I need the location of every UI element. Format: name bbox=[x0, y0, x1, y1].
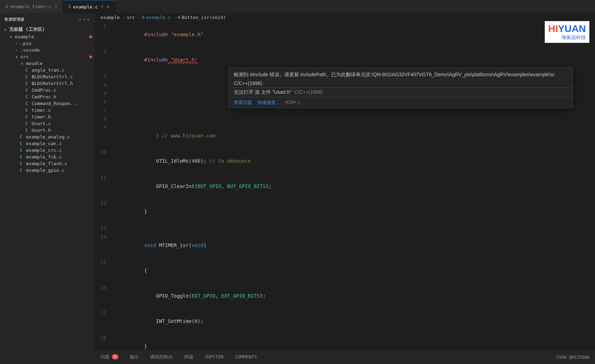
text: UTIL_IdleMs( bbox=[144, 158, 192, 164]
view-problem-link[interactable]: 查看问题 bbox=[234, 99, 252, 106]
breadcrumb-src[interactable]: src bbox=[127, 15, 135, 20]
c-icon: C bbox=[25, 88, 30, 93]
sidebar-file-usart-h[interactable]: C Usart.h bbox=[0, 127, 95, 134]
file-label: BLDCMotorCtrl.c bbox=[32, 74, 73, 79]
tab-example-timer[interactable]: C example_timer.c 3 bbox=[0, 0, 63, 13]
file-label: example_fcb.c bbox=[26, 154, 62, 160]
code-line-9: 9 } // www.hizyuan.com bbox=[95, 123, 595, 148]
sidebar-file-example-crc[interactable]: C example_crc.c bbox=[0, 147, 95, 154]
macro-but-gpio: BUT_GPIO bbox=[198, 183, 221, 189]
code-line-1: 1 #include "example.h" bbox=[95, 22, 595, 47]
sidebar-file-example-flash[interactable]: C example_flash.c bbox=[0, 160, 95, 167]
sidebar-item-vscode[interactable]: › .vscode bbox=[0, 47, 95, 53]
line-number: 12 bbox=[95, 199, 112, 207]
sidebar-file-example-fcb[interactable]: C example_fcb.c bbox=[0, 154, 95, 160]
tab-label: 终端 bbox=[184, 354, 193, 360]
tab-close-button[interactable]: × bbox=[107, 4, 110, 9]
line-content[interactable]: UTIL_IdleMs(400); // to debounce bbox=[112, 148, 595, 174]
hover-popup: 检测到 #include 错误。请更新 includePath。已为此翻译单元(… bbox=[228, 67, 573, 108]
sidebar-item-pio[interactable]: › .pio bbox=[0, 40, 95, 47]
keyword-void: void bbox=[144, 242, 156, 248]
tab-output[interactable]: 输出 bbox=[124, 350, 144, 364]
sidebar-item-moudle[interactable]: ∨ moudle bbox=[0, 60, 95, 67]
line-content[interactable]: } bbox=[112, 199, 595, 224]
text: ); bbox=[266, 183, 272, 189]
tab-problems[interactable]: 问题 6 bbox=[95, 350, 124, 364]
line-content[interactable]: void MTIMER_isr(void) bbox=[112, 233, 595, 258]
file-label: example_crc.c bbox=[26, 148, 62, 153]
line-content[interactable]: GPIO_Toggle(EXT_GPIO, EXT_GPIO_BITS); bbox=[112, 283, 595, 308]
text: ); bbox=[260, 293, 266, 299]
sidebar-menu-dots[interactable]: ··· bbox=[78, 16, 91, 23]
breadcrumb-function[interactable]: ⊙ Button_isr(void) bbox=[177, 15, 226, 20]
h-icon: C bbox=[25, 95, 30, 99]
sidebar-file-example-can[interactable]: C example_can.c bbox=[0, 140, 95, 147]
keyword-include2: #include bbox=[144, 57, 168, 63]
tab-jupyter[interactable]: JUPYTER bbox=[199, 350, 229, 364]
line-number: 11 bbox=[95, 174, 112, 182]
bottom-panel: 问题 6 输出 调试控制台 终端 JUPYTER COMMENTS bbox=[95, 350, 595, 364]
line-content[interactable]: { bbox=[112, 258, 595, 283]
line-number: 7 bbox=[95, 106, 112, 115]
file-label: example_gpio.c bbox=[26, 168, 65, 173]
c-icon: C bbox=[20, 161, 25, 166]
sidebar-item-src[interactable]: ∨ src bbox=[0, 53, 95, 60]
string-usart-h: "Usart.h" bbox=[168, 57, 198, 63]
line-content[interactable]: GPIO_ClearInt(BUT_GPIO, BUT_GPIO_BITS); bbox=[112, 174, 595, 199]
sidebar-file-timer-h[interactable]: C timer.h bbox=[0, 113, 95, 120]
file-label: CmdProc.h bbox=[32, 94, 56, 99]
c-icon: C bbox=[25, 121, 30, 126]
line-content[interactable]: } // www.hizyuan.com bbox=[112, 123, 595, 148]
macro-but-gpio-bits: BUT_GPIO_BITS bbox=[227, 183, 266, 189]
file-label: CmdProc.c bbox=[32, 87, 56, 93]
sidebar-file-command-respon[interactable]: C Command_Respon... bbox=[0, 100, 95, 107]
sidebar-file-timer-c[interactable]: C timer.c bbox=[0, 107, 95, 113]
logo-text: HIYUAN bbox=[548, 23, 586, 34]
comment: } // www.hizyuan.com bbox=[144, 133, 215, 138]
tab-terminal[interactable]: 终端 bbox=[179, 350, 199, 364]
keyword-void2: void bbox=[192, 242, 203, 248]
popup-actions: 查看问题 快速修复... (Ctrl+.) bbox=[229, 97, 573, 108]
file-label: Command_Respon... bbox=[32, 101, 78, 106]
c-badge: C bbox=[142, 15, 144, 20]
chevron-right-icon: › bbox=[14, 48, 19, 52]
line-number: 17 bbox=[95, 308, 112, 317]
code-editor[interactable]: 1 #include "example.h" 2 #include "Usart… bbox=[95, 22, 595, 350]
line-number: 3 bbox=[95, 72, 112, 81]
tab-comments[interactable]: COMMENTS bbox=[229, 350, 263, 364]
breadcrumb-sep3: › bbox=[173, 15, 176, 20]
breadcrumb-file[interactable]: C example.c bbox=[142, 15, 171, 20]
sidebar-file-bldcmotorctrl-c[interactable]: C BLDCMotorCtrl.c bbox=[0, 73, 95, 80]
bottom-tabs: 问题 6 输出 调试控制台 终端 JUPYTER COMMENTS bbox=[95, 350, 263, 364]
sidebar-file-bldcmotorctrl-h[interactable]: C BLDCMotorCtrl.h bbox=[0, 80, 95, 87]
tab-debug-console[interactable]: 调试控制台 bbox=[144, 350, 179, 364]
sidebar-file-cmdproc-h[interactable]: C CmdProc.h bbox=[0, 93, 95, 100]
chevron-down-icon: ∨ bbox=[14, 55, 19, 59]
keyword-include: #include bbox=[144, 32, 168, 37]
line-number: 2 bbox=[95, 47, 112, 56]
c-icon: C bbox=[20, 135, 25, 139]
func-icon: ⊙ bbox=[177, 15, 180, 20]
tab-example[interactable]: C example.c 3 × bbox=[63, 0, 116, 13]
sidebar-file-cmdproc-c[interactable]: C CmdProc.c bbox=[0, 87, 95, 93]
code-line-11: 11 GPIO_ClearInt(BUT_GPIO, BUT_GPIO_BITS… bbox=[95, 174, 595, 199]
num-0: 0 bbox=[195, 318, 198, 324]
sidebar-file-example-gpio[interactable]: C example_gpio.c bbox=[0, 167, 95, 174]
code-line-18: 18 } bbox=[95, 334, 595, 350]
line-number: 13 bbox=[95, 224, 112, 233]
c-icon: C bbox=[20, 148, 25, 153]
sidebar-item-example[interactable]: ∨ example bbox=[0, 33, 95, 40]
line-content[interactable]: } bbox=[112, 334, 595, 350]
sidebar-file-angle-tran[interactable]: C angle_tran.c bbox=[0, 67, 95, 73]
line-content[interactable]: #include "example.h" bbox=[112, 22, 595, 47]
quick-fix-link[interactable]: 快速修复... bbox=[258, 99, 280, 106]
breadcrumb-example[interactable]: example bbox=[101, 15, 120, 20]
num-400: 400 bbox=[192, 158, 200, 164]
sidebar-file-example-analog[interactable]: C example_analog.c bbox=[0, 134, 95, 140]
h-icon: C bbox=[25, 128, 30, 133]
tab-label: COMMENTS bbox=[235, 354, 257, 359]
line-content[interactable]: INT_SetMtime(0); bbox=[112, 308, 595, 334]
sidebar-file-usart-c[interactable]: C Usart.c bbox=[0, 120, 95, 127]
folder-label: src bbox=[20, 54, 28, 59]
sidebar-workspace-label[interactable]: ∨ 无标题 (工作区) bbox=[0, 26, 95, 33]
